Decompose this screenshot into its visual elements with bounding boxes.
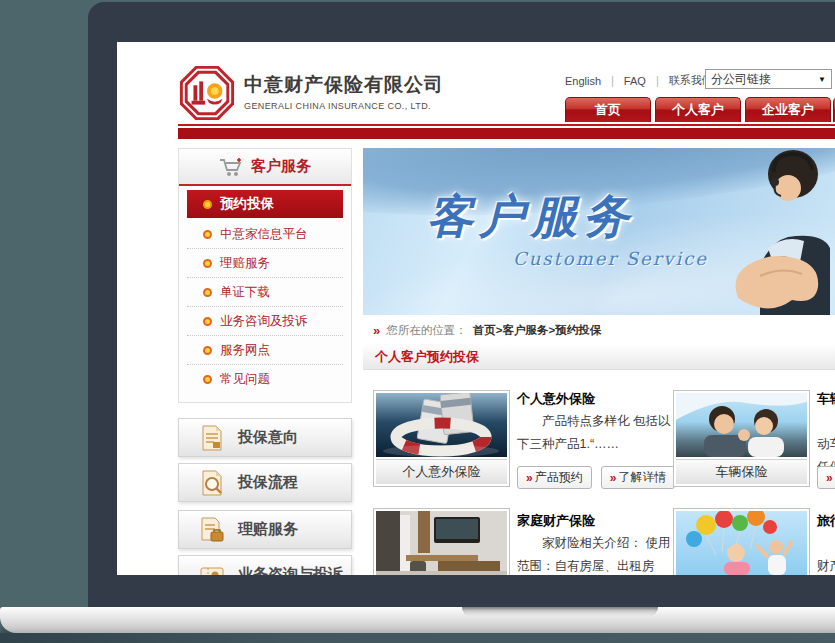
arrow-icon: » xyxy=(526,471,533,485)
backdrop-floor xyxy=(0,633,835,643)
product-image-lifebuoy xyxy=(376,393,507,457)
product-details-button[interactable]: » 了解详情 xyxy=(601,466,676,489)
sidebar-menu: 预约投保 中意家信息平台 理赔服务 单证下载 业务咨询及投诉 xyxy=(179,186,351,402)
breadcrumb-prefix: 您所在的位置： xyxy=(386,323,467,338)
sidebar-button-insure-process[interactable]: 投保流程 xyxy=(178,463,352,502)
product-image-couple-car xyxy=(676,393,807,457)
link-faq[interactable]: FAQ xyxy=(624,75,646,87)
product-title[interactable]: 旅行保险 xyxy=(817,512,835,532)
laptop-latch-notch xyxy=(462,607,658,616)
doc-briefcase-icon xyxy=(199,516,225,544)
branch-dropdown-value: 分公司链接 xyxy=(711,71,771,88)
product-caption: 个人意外保险 xyxy=(376,459,507,484)
product-caption: 车辆保险 xyxy=(676,459,807,484)
branch-dropdown[interactable]: 分公司链接 ▼ xyxy=(705,69,832,89)
form-doc-icon xyxy=(199,424,225,452)
double-arrow-icon: » xyxy=(373,323,380,338)
bullet-dot-icon xyxy=(203,230,212,239)
sidebar-item-claims[interactable]: 理赔服务 xyxy=(187,249,343,278)
sidebar-button-claims[interactable]: 理赔服务 xyxy=(178,510,352,549)
product-text-travel: 旅行保险 …… 财产…… 行李…… xyxy=(817,512,835,575)
tab-personal[interactable]: 个人客户 xyxy=(655,97,741,122)
company-logo[interactable]: 中意财产保险有限公司 GENERALI CHINA INSURANCE CO.,… xyxy=(178,64,444,122)
product-title[interactable]: 个人意外保险 xyxy=(517,390,675,410)
arrow-icon: » xyxy=(826,471,833,485)
product-body: 家财险相关介绍： 使用范围：自有房屋、出租房屋、其 xyxy=(517,532,675,575)
laptop-mockup: 中意财产保险有限公司 GENERALI CHINA INSURANCE CO.,… xyxy=(0,0,835,643)
breadcrumb: » 您所在的位置： 首页>客户服务>预约投保 xyxy=(363,318,835,342)
sidebar-item-zhongyijia-platform[interactable]: 中意家信息平台 xyxy=(187,220,343,249)
separator: ｜ xyxy=(652,73,663,88)
product-actions-vehicle: » 产品预约 xyxy=(817,466,835,489)
product-text-accident: 个人意外保险 产品特点多样化 包括以下三种产品1.“…… xyxy=(517,390,675,456)
sidebar-button-insure-intent[interactable]: 投保意向 xyxy=(178,418,352,457)
header-rule-thin xyxy=(178,124,835,126)
arrow-icon: » xyxy=(610,471,617,485)
bullet-dot-icon xyxy=(203,259,212,268)
banner: 客户服务 Customer Service xyxy=(363,148,835,315)
sidebar-button-consult-complaint[interactable]: 业务咨询与投诉 xyxy=(178,555,352,575)
laptop-base xyxy=(0,607,835,633)
banner-subtitle: Customer Service xyxy=(513,248,708,269)
chevron-down-icon: ▼ xyxy=(818,75,826,84)
ticket-icon xyxy=(199,561,225,576)
bullet-dot-icon xyxy=(203,200,212,209)
product-book-button[interactable]: » 产品预约 xyxy=(817,466,835,489)
laptop-screen: 中意财产保险有限公司 GENERALI CHINA INSURANCE CO.,… xyxy=(117,42,835,575)
breadcrumb-trail[interactable]: 首页>客户服务>预约投保 xyxy=(473,323,601,338)
sidebar-menu-title: 客户服务 xyxy=(251,157,311,176)
product-card-vehicle[interactable]: 车辆保险 xyxy=(673,390,810,487)
sidebar-item-service-network[interactable]: 服务网点 xyxy=(187,336,343,365)
customer-service-agent-illustration xyxy=(725,148,835,315)
product-card-accident[interactable]: 个人意外保险 xyxy=(373,390,510,487)
section-title: 个人客户预约投保 xyxy=(363,344,835,370)
doc-magnifier-icon xyxy=(199,469,225,497)
banner-title: 客户服务 xyxy=(427,186,635,248)
product-image-living-room xyxy=(376,511,507,575)
product-image-balloons xyxy=(676,511,807,575)
product-body: 产品特点多样化 包括以下三种产品1.“…… xyxy=(517,410,675,456)
cart-icon xyxy=(219,157,243,177)
company-name-cn: 中意财产保险有限公司 xyxy=(244,72,444,98)
product-card-home-property[interactable] xyxy=(373,508,510,575)
utility-links: English ｜ FAQ ｜ 联系我们 xyxy=(565,73,713,88)
company-logo-icon xyxy=(178,64,236,122)
sidebar-item-booking[interactable]: 预约投保 xyxy=(187,190,343,218)
tab-corporate[interactable]: 企业客户 xyxy=(745,97,831,122)
sidebar-menu-header: 客户服务 xyxy=(179,149,351,186)
product-book-button[interactable]: » 产品预约 xyxy=(517,466,592,489)
bullet-dot-icon xyxy=(203,346,212,355)
tab-home[interactable]: 首页 xyxy=(565,97,651,122)
header-rule-thick xyxy=(178,128,835,139)
separator: ｜ xyxy=(607,73,618,88)
product-title[interactable]: 家庭财产保险 xyxy=(517,512,675,532)
sidebar-item-downloads[interactable]: 单证下载 xyxy=(187,278,343,307)
product-text-home-property: 家庭财产保险 家财险相关介绍： 使用范围：自有房屋、出租房屋、其 xyxy=(517,512,675,575)
sidebar-item-faq[interactable]: 常见问题 xyxy=(187,365,343,394)
bullet-dot-icon xyxy=(203,317,212,326)
link-english[interactable]: English xyxy=(565,75,601,87)
product-card-travel[interactable] xyxy=(673,508,810,575)
sidebar: 客户服务 预约投保 中意家信息平台 理赔服务 单证下载 xyxy=(178,148,352,403)
bullet-dot-icon xyxy=(203,375,212,384)
sidebar-item-consult-complaint[interactable]: 业务咨询及投诉 xyxy=(187,307,343,336)
product-title[interactable]: 车辆保险 xyxy=(817,390,835,410)
product-body: …… 财产…… 行李…… xyxy=(817,532,835,575)
bullet-dot-icon xyxy=(203,288,212,297)
company-name-en: GENERALI CHINA INSURANCE CO., LTD. xyxy=(244,101,444,111)
main-content: 客户服务 Customer Service » 您所在的位置： 首页>客 xyxy=(363,148,835,575)
product-actions-accident: » 产品预约 » 了解详情 xyxy=(517,466,675,489)
